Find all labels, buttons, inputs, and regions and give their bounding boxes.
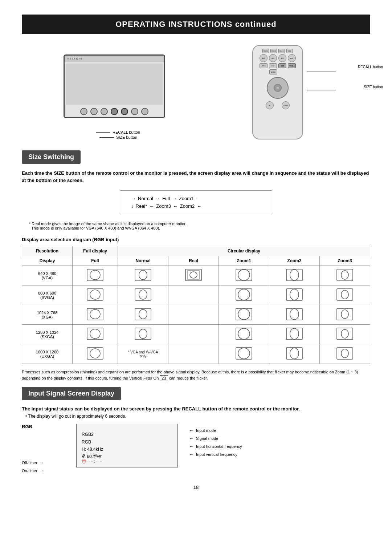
svg-point-22 xyxy=(290,289,299,300)
monitor-screen-area xyxy=(66,64,163,105)
monitor-btn-3[interactable] xyxy=(101,108,108,115)
mode-zoom1: Zoom1 xyxy=(179,196,193,201)
col-zoom1: Zoom1 xyxy=(219,256,269,266)
size-button-remote-label: SIZE button xyxy=(364,85,383,89)
rgb-main-label: RGB xyxy=(22,424,32,429)
circle-zoom1-sxga xyxy=(235,327,253,341)
filter-number: 23 xyxy=(160,375,168,381)
remote-top-row-1: RGB 1 RGB 2 MUTE VOL xyxy=(255,49,300,53)
monitor-btn-1[interactable] xyxy=(80,108,87,115)
cell-xga-zoom3 xyxy=(320,305,370,325)
svg-rect-51 xyxy=(337,348,353,359)
remote-size-btn[interactable]: SIZE xyxy=(278,63,286,68)
cell-xga-full xyxy=(72,305,118,325)
remote-avr-btn[interactable]: AVR xyxy=(288,54,296,62)
remote-av1-btn[interactable]: AV1 xyxy=(260,54,268,62)
circle-full-sxga xyxy=(86,327,104,341)
remote-menu-row: MENU xyxy=(255,69,300,74)
remote-nav-wheel[interactable]: OK xyxy=(267,77,289,99)
svg-point-30 xyxy=(238,309,250,320)
remote-recall-btn[interactable]: RECALL xyxy=(288,63,296,68)
svg-rect-21 xyxy=(286,289,302,300)
screen-line-rgb2: RGB2 xyxy=(82,431,172,438)
svg-point-48 xyxy=(238,348,250,359)
cell-svga-zoom1 xyxy=(219,285,269,305)
circle-zoom3-uxga xyxy=(336,347,354,360)
remote-bottom-row: SL ID SET xyxy=(255,101,300,109)
arrow-right-1: → xyxy=(131,196,136,201)
circle-zoom2-vga xyxy=(285,268,303,282)
cell-uxga-zoom3 xyxy=(320,344,370,364)
remote-rgb1-btn[interactable]: RGB 1 xyxy=(262,49,269,53)
remote-mute-btn[interactable]: MUTE xyxy=(278,49,285,53)
circle-zoom1-svga xyxy=(235,288,253,301)
remote-av3-btn[interactable]: AV3 xyxy=(278,54,286,62)
remote-menu-btn[interactable]: MENU xyxy=(269,69,277,74)
monitor-btn-4-highlight[interactable] xyxy=(111,108,118,115)
svg-point-14 xyxy=(341,271,348,279)
signal-right-labels: ← Input mode ← Signal mode ← Input horiz… xyxy=(189,424,254,457)
monitor-btn-5-highlight[interactable] xyxy=(121,108,128,115)
svg-point-50 xyxy=(290,348,299,359)
size-switching-section: Size Switching Each time the SIZE button… xyxy=(22,150,370,381)
h-freq-text: Input horizontal frequency xyxy=(196,444,242,449)
monitor-btn-6[interactable] xyxy=(131,108,138,115)
remote-sl-btn[interactable]: SL xyxy=(266,101,274,109)
footnote-real-mode: * Real mode gives the image of the same … xyxy=(29,222,370,230)
remote-av2-btn[interactable]: AV2 xyxy=(269,54,277,62)
monitor-btn-2[interactable] xyxy=(90,108,98,115)
col-normal: Normal xyxy=(118,256,168,266)
display-area-subtitle: Display area selection diagram (RGB inpu… xyxy=(22,237,370,242)
circle-full-uxga xyxy=(86,347,104,360)
monitor-btn-7[interactable] xyxy=(141,108,148,115)
cell-uxga-zoom2 xyxy=(269,344,320,364)
remote-pnp-btn[interactable]: PnP xyxy=(269,63,277,68)
off-timer-row: Off-timer → xyxy=(22,460,45,466)
on-timer-label: On-timer xyxy=(22,469,37,473)
svg-point-44 xyxy=(341,329,348,338)
cell-sxga-normal xyxy=(118,325,168,344)
remote-body: RGB 1 RGB 2 MUTE VOL AV1 AV2 AV3 AVR AUT… xyxy=(252,45,303,139)
svg-point-5 xyxy=(139,270,147,280)
mode-zoom3: Zoom3 xyxy=(156,203,171,209)
remote-idset-btn[interactable]: ID SET xyxy=(282,101,290,109)
svg-point-24 xyxy=(341,290,348,299)
uxga-note: * VGA and W-VGAonly xyxy=(121,350,165,358)
svg-rect-43 xyxy=(337,328,353,340)
cell-uxga-normal: * VGA and W-VGAonly xyxy=(118,344,168,364)
circle-normal-vga xyxy=(134,268,152,282)
col-full: Full xyxy=(72,256,118,266)
cell-svga-zoom2 xyxy=(269,285,320,305)
screen-line-h: H: 48.4kHz xyxy=(82,446,172,453)
remote-rgb2-btn[interactable]: RGB 2 xyxy=(270,49,277,53)
remote-nav-ok[interactable]: OK xyxy=(274,84,282,92)
monitor-labels: RECALL button SIZE button xyxy=(96,130,140,139)
remote-arrows-svg xyxy=(307,66,347,110)
res-800: 800 X 600(SVGA) xyxy=(22,285,73,305)
circle-zoom2-uxga xyxy=(285,347,303,360)
res-1024: 1024 X 768(XGA) xyxy=(22,305,73,325)
page-header: OPERATING INSTRUCTIONS continued xyxy=(22,15,370,34)
recall-button-label: RECALL button xyxy=(113,130,140,134)
table-row: 1280 X 1024(SXGA) xyxy=(22,325,370,344)
seq-row-1: → Normal → Full → Zoom1 ↑ xyxy=(131,196,261,201)
svg-point-3 xyxy=(90,270,100,280)
cell-vga-zoom3 xyxy=(320,266,370,285)
circle-zoom2-svga xyxy=(285,288,303,301)
svg-point-36 xyxy=(90,329,100,339)
svg-point-38 xyxy=(139,329,147,339)
svg-point-10 xyxy=(238,270,250,280)
cell-svga-normal xyxy=(118,285,168,305)
svg-rect-45 xyxy=(87,348,103,359)
circle-normal-svga xyxy=(134,288,152,301)
svg-point-16 xyxy=(90,290,100,299)
remote-auto-btn[interactable]: AUTO xyxy=(260,63,268,68)
col-zoom3: Zoom3 xyxy=(320,256,370,266)
circle-zoom2-xga xyxy=(285,307,303,321)
table-header-top: Resolution Full display Circular display xyxy=(22,246,370,256)
clock-icon-on: ⏰ xyxy=(82,459,86,463)
remote-vol-btn[interactable]: VOL xyxy=(286,49,293,53)
circle-zoom3-vga xyxy=(336,268,354,282)
table-row: 800 X 600(SVGA) xyxy=(22,285,370,305)
circle-full-xga xyxy=(86,307,104,321)
